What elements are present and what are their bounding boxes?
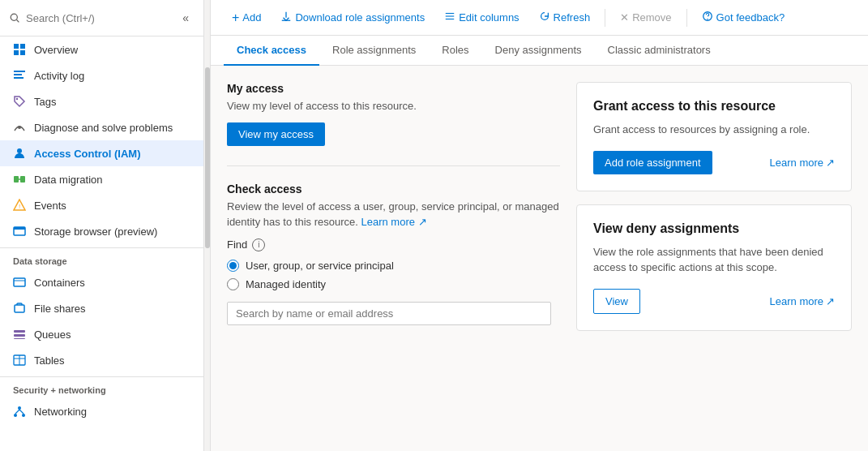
sidebar-item-activity-log[interactable]: Activity log [0, 62, 203, 88]
data-storage-section-label: Data storage [0, 247, 203, 269]
sidebar-item-diagnose[interactable]: Diagnose and solve problems [0, 114, 203, 140]
deny-assignments-actions: View Learn more ↗ [593, 289, 835, 314]
section-divider [227, 165, 560, 166]
grant-access-title: Grant access to this resource [593, 99, 835, 114]
search-by-name-input[interactable] [227, 302, 551, 325]
sidebar-item-iam[interactable]: Access Control (IAM) [0, 140, 203, 166]
sidebar-item-queues-label: Queues [34, 329, 71, 341]
svg-rect-3 [20, 44, 25, 49]
sidebar-item-file-shares[interactable]: File shares [0, 295, 203, 321]
sidebar-item-tables[interactable]: Tables [0, 347, 203, 373]
deny-assignments-learn-more-link[interactable]: Learn more ↗ [770, 295, 835, 307]
deny-assignments-card: View deny assignments View the role assi… [576, 204, 852, 331]
refresh-button[interactable]: Refresh [531, 7, 599, 28]
networking-icon [13, 405, 26, 418]
radio-user-group-label: User, group, or service principal [246, 260, 394, 272]
view-deny-assignments-button[interactable]: View [593, 289, 640, 314]
svg-rect-18 [14, 278, 25, 286]
check-access-section: Check access Review the level of access … [227, 183, 560, 325]
main-content: + Add Download role assignments Edit col… [211, 0, 868, 451]
add-role-assignment-button[interactable]: Add role assignment [593, 151, 712, 174]
radio-user-group-input[interactable] [227, 260, 239, 272]
svg-point-0 [11, 14, 17, 20]
sidebar-item-queues[interactable]: Queues [0, 321, 203, 347]
sidebar-item-networking[interactable]: Networking [0, 398, 203, 424]
add-button[interactable]: + Add [224, 8, 269, 28]
check-access-learn-more-link[interactable]: Learn more ↗ [361, 216, 426, 228]
svg-line-30 [15, 410, 19, 414]
sidebar-item-containers[interactable]: Containers [0, 269, 203, 295]
remove-button[interactable]: ✕ Remove [612, 8, 679, 27]
sidebar-item-overview[interactable]: Overview [0, 37, 203, 62]
columns-icon [444, 11, 455, 24]
sidebar-item-storage-browser[interactable]: Storage browser (preview) [0, 218, 203, 244]
grant-access-actions: Add role assignment Learn more ↗ [593, 151, 835, 174]
edit-columns-button[interactable]: Edit columns [436, 7, 527, 28]
external-link-icon-1: ↗ [826, 157, 835, 169]
svg-rect-5 [20, 50, 25, 55]
find-info-icon[interactable]: i [252, 238, 265, 251]
radio-managed-identity[interactable]: Managed identity [227, 278, 560, 290]
svg-line-1 [16, 19, 19, 22]
sidebar-item-events[interactable]: ! Events [0, 192, 203, 218]
svg-rect-6 [14, 71, 25, 72]
sidebar-collapse-button[interactable]: « [176, 5, 195, 31]
svg-rect-22 [14, 334, 25, 337]
sidebar: « Overview Activity log Tags Diagnose a [0, 0, 204, 451]
data-migration-icon [13, 173, 26, 186]
grant-access-description: Grant access to resources by assigning a… [593, 122, 835, 138]
sidebar-item-tags-label: Tags [34, 96, 56, 108]
content-area: My access View my level of access to thi… [211, 66, 868, 451]
remove-label: Remove [632, 11, 671, 24]
sidebar-item-networking-label: Networking [34, 406, 87, 418]
tab-deny-assignments[interactable]: Deny assignments [482, 36, 595, 66]
tab-roles[interactable]: Roles [429, 36, 481, 66]
svg-rect-21 [14, 330, 25, 333]
radio-managed-identity-input[interactable] [227, 278, 239, 290]
svg-point-10 [18, 126, 21, 129]
overview-icon [13, 43, 26, 56]
grant-access-learn-more-label: Learn more [770, 157, 823, 169]
download-button[interactable]: Download role assignments [272, 7, 433, 28]
check-access-description: Review the level of access a user, group… [227, 199, 560, 230]
svg-rect-17 [14, 227, 25, 230]
svg-point-29 [22, 414, 25, 417]
sidebar-item-data-migration-label: Data migration [34, 174, 103, 186]
svg-line-31 [19, 410, 24, 414]
svg-point-9 [16, 98, 18, 100]
find-row: Find i [227, 238, 560, 251]
sidebar-search-input[interactable] [26, 12, 171, 24]
svg-rect-2 [14, 44, 19, 49]
sidebar-item-data-migration[interactable]: Data migration [0, 166, 203, 192]
sidebar-item-tables-label: Tables [34, 354, 65, 367]
search-icon [8, 11, 21, 24]
tags-icon [13, 95, 26, 108]
add-icon: + [232, 11, 239, 24]
external-link-icon: ↗ [418, 216, 427, 228]
svg-point-28 [14, 414, 17, 417]
tab-check-access[interactable]: Check access [224, 36, 319, 66]
tab-classic-admins[interactable]: Classic administrators [595, 36, 724, 66]
check-access-title: Check access [227, 183, 560, 195]
radio-user-group[interactable]: User, group, or service principal [227, 260, 560, 272]
view-my-access-button[interactable]: View my access [227, 122, 325, 146]
feedback-button[interactable]: Got feedback? [694, 7, 793, 28]
radio-managed-identity-label: Managed identity [246, 278, 326, 290]
grant-access-learn-more-link[interactable]: Learn more ↗ [770, 157, 835, 169]
iam-icon [13, 147, 26, 160]
refresh-label: Refresh [554, 11, 591, 24]
toolbar-divider [605, 9, 605, 27]
edit-columns-label: Edit columns [459, 11, 519, 24]
containers-icon [13, 276, 26, 289]
grant-access-card: Grant access to this resource Grant acce… [576, 82, 852, 191]
svg-rect-7 [14, 74, 22, 75]
left-panel: My access View my level of access to thi… [227, 82, 560, 435]
svg-rect-23 [14, 338, 25, 339]
sidebar-item-tags[interactable]: Tags [0, 88, 203, 114]
sidebar-item-iam-label: Access Control (IAM) [34, 148, 140, 160]
my-access-title: My access [227, 82, 560, 95]
tab-role-assignments[interactable]: Role assignments [319, 36, 429, 66]
sidebar-item-events-label: Events [34, 200, 66, 212]
deny-assignments-title: View deny assignments [593, 221, 835, 236]
right-panel: Grant access to this resource Grant acce… [576, 82, 852, 435]
